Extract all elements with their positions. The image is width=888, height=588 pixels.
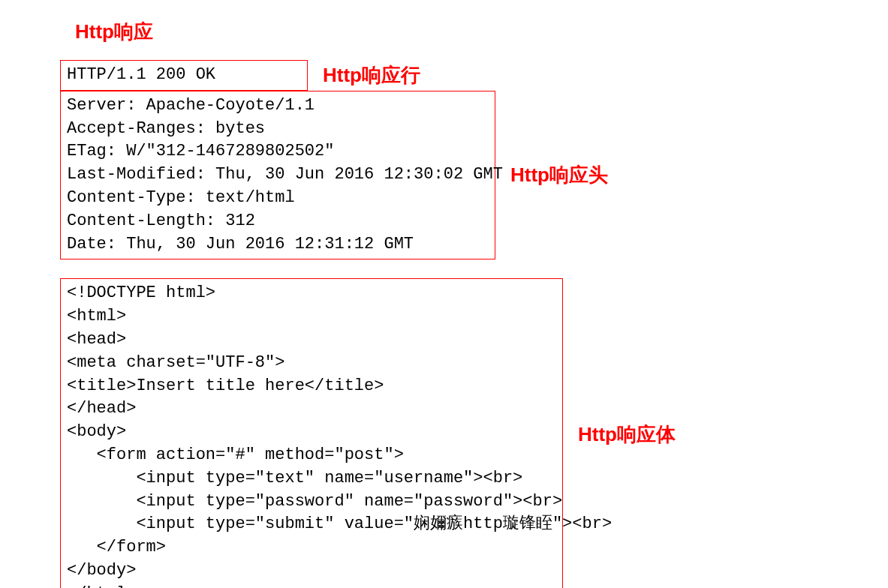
body-line: </form> bbox=[67, 536, 556, 560]
body-line: <input type="text" name="username"><br> bbox=[67, 467, 556, 490]
body-line: <html> bbox=[67, 305, 556, 328]
body-section: <!DOCTYPE html><html><head><meta charset… bbox=[60, 260, 828, 588]
header-line: Content-Type: text/html bbox=[67, 187, 489, 210]
body-line: <!DOCTYPE html> bbox=[67, 282, 556, 305]
body-line: </head> bbox=[67, 398, 556, 421]
body-box: <!DOCTYPE html><html><head><meta charset… bbox=[60, 278, 563, 588]
headers-box: Server: Apache-Coyote/1.1Accept-Ranges: … bbox=[60, 91, 495, 260]
main-title: Http响应 bbox=[75, 19, 828, 45]
body-line: <input type="submit" value="娴嬭瘯http璇锋眰">… bbox=[67, 513, 556, 536]
header-line: ETag: W/"312-1467289802502" bbox=[67, 140, 489, 164]
body-line: <input type="password" name="password"><… bbox=[67, 490, 556, 514]
body-label: Http响应体 bbox=[578, 422, 676, 448]
body-line: </html> bbox=[67, 583, 556, 588]
header-line: Content-Length: 312 bbox=[67, 210, 489, 233]
status-line-row: HTTP/1.1 200 OK Http响应行 bbox=[60, 60, 828, 91]
body-line: <meta charset="UTF-8"> bbox=[67, 352, 556, 375]
header-line: Accept-Ranges: bytes bbox=[67, 118, 489, 141]
body-line: <head> bbox=[67, 328, 556, 352]
status-line-label: Http响应行 bbox=[323, 62, 420, 88]
headers-section: Server: Apache-Coyote/1.1Accept-Ranges: … bbox=[60, 91, 828, 260]
body-line: </body> bbox=[67, 560, 556, 583]
body-line: <form action="#" method="post"> bbox=[67, 444, 556, 467]
headers-label: Http响应头 bbox=[510, 162, 608, 188]
header-line: Date: Thu, 30 Jun 2016 12:31:12 GMT bbox=[67, 233, 489, 256]
body-line: <body> bbox=[67, 421, 556, 444]
status-line-box: HTTP/1.1 200 OK bbox=[60, 60, 308, 91]
header-line: Last-Modified: Thu, 30 Jun 2016 12:30:02… bbox=[67, 164, 489, 187]
header-line: Server: Apache-Coyote/1.1 bbox=[67, 94, 489, 118]
body-line: <title>Insert title here</title> bbox=[67, 375, 556, 398]
